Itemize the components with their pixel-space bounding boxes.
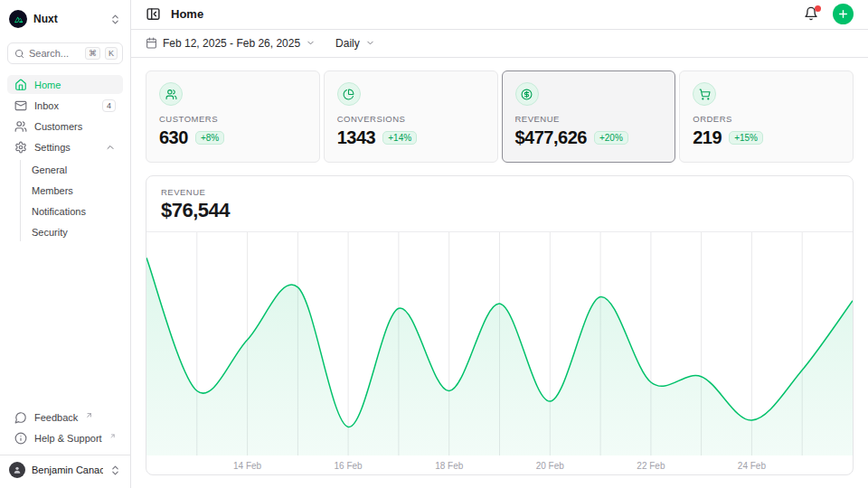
calendar-icon [146, 37, 157, 49]
collapse-sidebar-button[interactable] [146, 6, 162, 23]
users-icon [14, 120, 27, 133]
nuxt-logo-icon [9, 10, 27, 28]
stat-value: 630 [159, 127, 188, 148]
sidebar-item-label: Customers [34, 121, 116, 132]
pie-icon [343, 89, 354, 100]
workspace-switcher[interactable]: Nuxt [7, 7, 123, 31]
svg-text:14 Feb: 14 Feb [233, 461, 262, 471]
stat-icon-wrap [159, 82, 183, 106]
chart-label: REVENUE [161, 187, 838, 197]
add-button[interactable] [833, 4, 854, 24]
stat-delta-badge: +14% [382, 131, 417, 145]
top-header: Home [131, 0, 868, 30]
notifications-button[interactable] [804, 6, 820, 23]
kbd-k: K [105, 47, 118, 60]
revenue-chart-card: REVENUE $76,544 14 Feb16 Feb18 Feb20 Feb… [146, 175, 854, 475]
stat-card-revenue[interactable]: REVENUE$477,626+20% [502, 70, 676, 163]
stat-delta-badge: +20% [594, 131, 628, 145]
sidebar-footer-menu: FeedbackHelp & Support [7, 408, 123, 447]
sidebar-item-inbox[interactable]: Inbox4 [7, 96, 123, 115]
inbox-icon [14, 99, 27, 112]
info-icon [14, 432, 27, 445]
stat-label: CUSTOMERS [159, 114, 307, 124]
dollar-icon [521, 89, 533, 100]
sidebar-subitem-members[interactable]: Members [21, 181, 123, 200]
svg-text:18 Feb: 18 Feb [435, 461, 464, 471]
sidebar-footer-feedback[interactable]: Feedback [7, 408, 123, 427]
sidebar-divider [0, 455, 130, 455]
sidebar-subitem-notifications[interactable]: Notifications [21, 202, 123, 221]
stat-icon-wrap [337, 82, 361, 106]
stat-label: ORDERS [693, 114, 840, 124]
user-name: Benjamin Canac [32, 465, 103, 475]
page-title: Home [171, 7, 203, 21]
stat-delta-badge: +15% [729, 131, 763, 145]
settings-icon [14, 141, 27, 154]
stat-card-conversions[interactable]: CONVERSIONS1343+14% [324, 70, 498, 163]
search-input[interactable]: Search... ⌘ K [7, 42, 123, 64]
search-icon [14, 49, 24, 59]
search-placeholder: Search... [29, 48, 80, 59]
period-label: Daily [335, 37, 360, 50]
panel-left-close-icon [146, 6, 161, 22]
sidebar-menu: HomeInbox4CustomersSettingsGeneralMember… [7, 75, 123, 241]
main-area: Home Feb 12, 2025 - Feb 26, 2025 Daily [131, 0, 868, 488]
stats-row: CUSTOMERS630+8%CONVERSIONS1343+14%REVENU… [146, 70, 854, 163]
users-icon [165, 89, 177, 100]
sidebar: Nuxt Search... ⌘ K HomeInbox4CustomersSe… [0, 0, 131, 488]
content: CUSTOMERS630+8%CONVERSIONS1343+14%REVENU… [131, 58, 868, 488]
date-range-picker[interactable]: Feb 12, 2025 - Feb 26, 2025 [146, 37, 316, 50]
arrow-up-right-icon [109, 432, 116, 440]
date-range-label: Feb 12, 2025 - Feb 26, 2025 [163, 37, 300, 50]
sidebar-item-label: Settings [34, 142, 98, 153]
stat-value: 219 [693, 127, 722, 148]
sidebar-item-label: Inbox [34, 100, 95, 111]
sidebar-item-customers[interactable]: Customers [7, 117, 123, 136]
svg-text:22 Feb: 22 Feb [637, 461, 665, 471]
sidebar-subitem-general[interactable]: General [21, 160, 123, 179]
svg-text:20 Feb: 20 Feb [536, 461, 565, 471]
filter-toolbar: Feb 12, 2025 - Feb 26, 2025 Daily [131, 30, 868, 58]
stat-label: REVENUE [515, 114, 663, 124]
stat-value: 1343 [337, 127, 376, 148]
notification-dot [815, 5, 821, 12]
kbd-meta: ⌘ [85, 47, 100, 60]
settings-submenu: GeneralMembersNotificationsSecurity [20, 160, 123, 241]
chat-icon [14, 411, 27, 424]
inbox-count-badge: 4 [102, 99, 116, 112]
stat-delta-badge: +8% [195, 131, 224, 145]
sidebar-item-settings[interactable]: Settings [7, 137, 123, 156]
sidebar-subitem-security[interactable]: Security [21, 222, 123, 241]
sidebar-footer-help-support[interactable]: Help & Support [7, 428, 123, 447]
chart-header: REVENUE $76,544 [146, 176, 853, 232]
chevrons-up-down-icon [109, 465, 121, 476]
chevron-up-icon [105, 142, 116, 153]
workspace-name: Nuxt [33, 13, 103, 25]
chevron-down-icon [365, 38, 375, 48]
sidebar-spacer [7, 241, 123, 408]
footer-item-label: Feedback [34, 412, 78, 423]
svg-text:16 Feb: 16 Feb [335, 461, 363, 471]
cart-icon [699, 89, 711, 100]
app-window: Nuxt Search... ⌘ K HomeInbox4CustomersSe… [0, 0, 868, 488]
stat-card-orders[interactable]: ORDERS219+15% [679, 70, 854, 163]
sidebar-item-label: Home [34, 80, 116, 90]
sidebar-item-home[interactable]: Home [7, 75, 123, 94]
stat-icon-wrap [515, 82, 539, 106]
chevron-down-icon [306, 38, 316, 48]
chevrons-up-down-icon [109, 14, 121, 25]
chart-value: $76,544 [161, 199, 838, 222]
svg-text:24 Feb: 24 Feb [738, 461, 767, 471]
revenue-area-chart[interactable]: 14 Feb16 Feb18 Feb20 Feb22 Feb24 Feb [146, 232, 853, 475]
user-menu[interactable]: Benjamin Canac [7, 459, 123, 481]
stat-label: CONVERSIONS [337, 114, 485, 124]
stat-card-customers[interactable]: CUSTOMERS630+8% [146, 70, 320, 163]
stat-icon-wrap [693, 82, 716, 106]
arrow-up-right-icon [85, 411, 93, 419]
home-icon [14, 79, 27, 91]
avatar [9, 462, 25, 478]
period-select[interactable]: Daily [335, 37, 375, 50]
stat-value: $477,626 [515, 127, 587, 148]
footer-item-label: Help & Support [34, 433, 102, 444]
plus-icon [837, 8, 849, 20]
